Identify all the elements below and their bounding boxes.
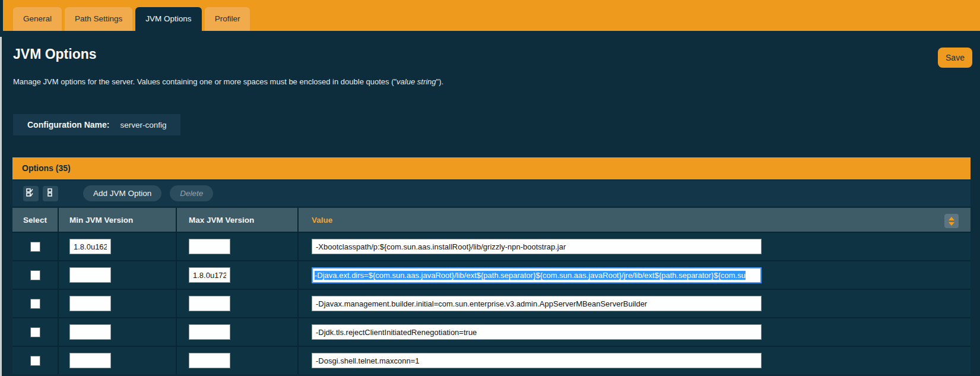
description-text: Manage JVM options for the server. Value…	[13, 77, 397, 86]
options-panel: Options (35)	[12, 157, 971, 374]
configuration-name-box: Configuration Name: server-config	[13, 114, 180, 135]
max-jvm-version-input[interactable]	[189, 324, 230, 340]
deselect-all-icon	[46, 188, 55, 199]
jvm-option-value-input-selected[interactable]: -Djava.ext.dirs=${com.sun.aas.javaRoot}/…	[312, 267, 762, 283]
tab-list: General Path Settings JVM Options Profil…	[13, 7, 250, 31]
selected-text: -Djava.ext.dirs=${com.sun.aas.javaRoot}/…	[315, 271, 746, 280]
column-header-min-jvm-version: Min JVM Version	[59, 208, 177, 232]
select-all-button[interactable]	[23, 186, 39, 201]
table-row	[12, 232, 971, 260]
column-header-value[interactable]: Value	[299, 208, 971, 232]
page-title: JVM Options	[13, 46, 97, 62]
max-jvm-version-input[interactable]	[189, 353, 230, 368]
tab-band: General Path Settings JVM Options Profil…	[0, 0, 980, 31]
jvm-options-page: General Path Settings JVM Options Profil…	[0, 0, 980, 376]
jvm-option-value-input[interactable]	[312, 296, 762, 311]
max-jvm-version-input[interactable]	[189, 267, 230, 283]
min-jvm-version-input[interactable]	[69, 296, 111, 311]
sort-button[interactable]	[944, 214, 959, 228]
max-jvm-version-input[interactable]	[189, 239, 230, 254]
table-header-row: Select Min JVM Version Max JVM Version V…	[12, 206, 971, 232]
column-header-max-jvm-version: Max JVM Version	[177, 208, 299, 232]
save-button[interactable]: Save	[938, 48, 972, 68]
tab-path-settings[interactable]: Path Settings	[65, 7, 132, 31]
tab-profiler[interactable]: Profiler	[205, 7, 250, 31]
page-description: Manage JVM options for the server. Value…	[13, 77, 443, 86]
description-italic: value string	[397, 77, 436, 86]
tab-general[interactable]: General	[13, 7, 62, 31]
jvm-option-value-input[interactable]	[312, 239, 762, 254]
delete-button[interactable]: Delete	[170, 185, 213, 201]
row-checkbox[interactable]	[30, 299, 40, 309]
deselect-all-button[interactable]	[43, 186, 58, 201]
configuration-name-label: Configuration Name:	[27, 120, 109, 129]
sort-up-icon	[949, 217, 954, 220]
jvm-option-value-input[interactable]	[312, 324, 762, 340]
add-jvm-option-button[interactable]: Add JVM Option	[83, 185, 161, 201]
left-edge-strip	[0, 37, 2, 376]
table-row	[12, 346, 971, 374]
column-header-select: Select	[12, 208, 59, 232]
min-jvm-version-input[interactable]	[69, 239, 111, 254]
table-row	[12, 317, 971, 346]
options-toolbar: Add JVM Option Delete	[12, 179, 971, 206]
row-checkbox[interactable]	[30, 356, 40, 366]
select-all-icon	[26, 188, 36, 199]
table-row: -Djava.ext.dirs=${com.sun.aas.javaRoot}/…	[12, 260, 971, 289]
configuration-name-value: server-config	[120, 121, 166, 129]
table-row	[12, 289, 971, 317]
max-jvm-version-input[interactable]	[189, 296, 230, 311]
tab-jvm-options[interactable]: JVM Options	[135, 7, 201, 31]
min-jvm-version-input[interactable]	[69, 353, 111, 368]
min-jvm-version-input[interactable]	[69, 324, 111, 340]
sort-down-icon	[949, 222, 954, 226]
row-checkbox[interactable]	[30, 242, 40, 252]
row-checkbox[interactable]	[30, 270, 40, 280]
corner-notch	[0, 0, 3, 31]
description-suffix: ").	[436, 77, 444, 86]
row-checkbox[interactable]	[30, 327, 40, 337]
options-panel-title: Options (35)	[12, 157, 971, 179]
min-jvm-version-input[interactable]	[69, 267, 111, 283]
jvm-option-value-input[interactable]	[312, 353, 762, 368]
